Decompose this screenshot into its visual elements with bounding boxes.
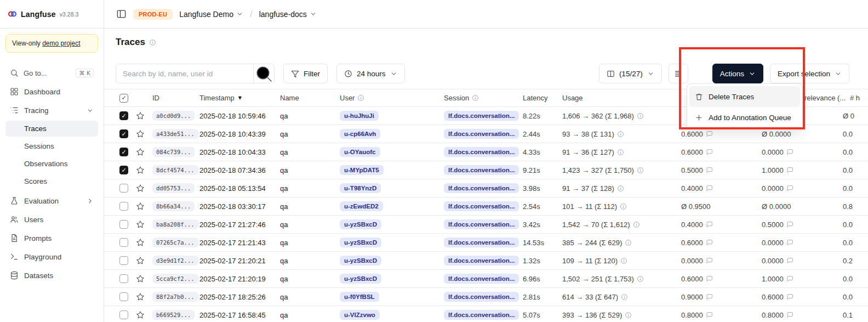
row-checkbox[interactable] (119, 238, 128, 247)
star-icon[interactable] (136, 129, 145, 138)
user-badge[interactable]: u-yzSBxcD (340, 274, 381, 284)
trace-id-badge[interactable]: 8b66a34... (152, 201, 195, 211)
session-badge[interactable]: lf.docs.conversation... (444, 183, 519, 193)
sidebar-toggle-icon[interactable] (116, 9, 127, 19)
table-row[interactable]: 8b66a34... 2025-02-18 03:30:17 qa u-zEwd… (104, 197, 868, 216)
session-badge[interactable]: lf.docs.conversation... (444, 165, 519, 175)
trace-id-badge[interactable]: 084c739... (152, 147, 195, 157)
row-checkbox[interactable] (119, 129, 128, 138)
table-row[interactable]: dd05753... 2025-02-18 05:13:54 qa u-T98Y… (104, 179, 868, 197)
star-icon[interactable] (136, 148, 145, 156)
star-icon[interactable] (136, 111, 145, 120)
user-badge[interactable]: u-zEwdED2 (340, 201, 383, 211)
session-badge[interactable]: lf.docs.conversation... (444, 201, 519, 211)
user-badge[interactable]: u-MYpDAT5 (340, 165, 384, 175)
col-header-id[interactable]: ID (149, 94, 196, 102)
comment-icon[interactable] (706, 221, 713, 228)
col-header-session[interactable]: Session (440, 94, 519, 102)
sidebar-item-dashboard[interactable]: Dashboard (5, 83, 98, 100)
user-badge[interactable]: u-T98YnzD (340, 183, 381, 193)
actions-button[interactable]: Actions (712, 64, 763, 83)
sidebar-item-datasets[interactable]: Datasets (5, 267, 98, 284)
demo-project-link[interactable]: demo project (42, 39, 80, 47)
user-badge[interactable]: u-OYauofc (340, 147, 380, 157)
star-icon[interactable] (136, 274, 145, 283)
time-range-button[interactable]: 24 hours (336, 64, 405, 83)
comment-icon[interactable] (706, 275, 713, 283)
comment-icon[interactable] (706, 185, 713, 192)
sidebar-item-sessions[interactable]: Sessions (5, 138, 98, 154)
user-badge[interactable]: u-VIZzvwo (340, 310, 380, 320)
sidebar-item-traces[interactable]: Traces (5, 121, 98, 137)
star-icon[interactable] (136, 310, 145, 319)
col-header-name[interactable]: Name (276, 94, 336, 102)
trace-id-badge[interactable]: 5cca9cf2... (152, 274, 198, 284)
sidebar-item-observations[interactable]: Observations (5, 156, 98, 172)
star-icon[interactable] (136, 166, 145, 174)
session-badge[interactable]: lf.docs.conversation... (444, 147, 519, 157)
table-row[interactable]: ba8a208f... 2025-02-17 21:27:46 qa u-yzS… (104, 216, 868, 234)
user-badge[interactable]: u-f0YfBSL (340, 292, 379, 302)
session-badge[interactable]: lf.docs.conversation... (444, 219, 519, 229)
row-height-medium-button[interactable] (695, 64, 697, 83)
star-icon[interactable] (136, 220, 145, 229)
org-selector[interactable]: Langfuse Demo (179, 10, 243, 19)
sidebar-item-tracing[interactable]: Tracing (5, 102, 98, 118)
table-row[interactable]: 07265c7a... 2025-02-17 21:21:43 qa u-yzS… (104, 234, 868, 252)
go-to-search[interactable]: Go to... ⌘ K (5, 66, 98, 80)
col-header-latency[interactable]: Latency (519, 94, 558, 102)
row-checkbox[interactable] (119, 256, 128, 265)
session-badge[interactable]: lf.docs.conversation... (444, 256, 519, 265)
export-selection-button[interactable]: Export selection (770, 64, 849, 83)
trace-id-badge[interactable]: ba8a208f... (152, 219, 198, 229)
user-badge[interactable]: u-huJhuJi (340, 111, 379, 121)
comment-icon[interactable] (786, 239, 793, 246)
comment-icon[interactable] (706, 293, 713, 301)
session-badge[interactable]: lf.docs.conversation... (444, 238, 519, 247)
row-checkbox[interactable] (119, 220, 128, 229)
session-badge[interactable]: lf.docs.conversation... (444, 129, 519, 139)
menu-item-delete-traces[interactable]: Delete Traces (689, 86, 800, 107)
col-header-user[interactable]: User (336, 94, 440, 102)
user-badge[interactable]: u-cp66Avh (340, 129, 380, 139)
comment-icon[interactable] (706, 257, 713, 264)
col-header-usage[interactable]: Usage (558, 94, 677, 102)
search-button[interactable] (253, 64, 274, 83)
table-row[interactable]: 88f2a7b0... 2025-02-17 18:25:26 qa u-f0Y… (104, 288, 868, 306)
sidebar-item-prompts[interactable]: Prompts (5, 230, 98, 246)
comment-icon[interactable] (786, 275, 793, 283)
session-badge[interactable]: lf.docs.conversation... (444, 292, 519, 302)
trace-id-badge[interactable]: a433de51... (152, 129, 198, 139)
star-icon[interactable] (136, 256, 145, 265)
star-icon[interactable] (136, 292, 145, 301)
row-checkbox[interactable] (119, 310, 128, 319)
star-icon[interactable] (136, 238, 145, 247)
comment-icon[interactable] (786, 221, 793, 228)
comment-icon[interactable] (786, 167, 793, 174)
row-checkbox[interactable] (119, 202, 128, 211)
session-badge[interactable]: lf.docs.conversation... (444, 274, 519, 284)
row-checkbox[interactable] (119, 274, 128, 283)
comment-icon[interactable] (786, 149, 793, 156)
columns-button[interactable]: (15/27) (599, 64, 662, 83)
project-selector[interactable]: langfuse-docs (259, 10, 317, 19)
comment-icon[interactable] (706, 312, 713, 319)
comment-icon[interactable] (706, 239, 713, 246)
user-badge[interactable]: u-yzSBxcD (340, 238, 381, 247)
trace-id-badge[interactable]: b669529... (152, 310, 195, 320)
table-row[interactable]: 084c739... 2025-02-18 10:04:33 qa u-OYau… (104, 143, 868, 161)
trace-id-badge[interactable]: 8dcf4574... (152, 165, 198, 175)
row-checkbox[interactable] (119, 292, 128, 301)
trace-id-badge[interactable]: d3e9d1f2... (152, 256, 198, 265)
trace-id-badge[interactable]: 88f2a7b0... (152, 292, 198, 302)
table-row[interactable]: 8dcf4574... 2025-02-18 07:34:36 qa u-MYp… (104, 161, 868, 179)
sidebar-item-evaluation[interactable]: Evaluation (5, 193, 98, 209)
session-badge[interactable]: lf.docs.conversation... (444, 310, 519, 320)
table-row[interactable]: 5cca9cf2... 2025-02-17 21:20:19 qa u-yzS… (104, 270, 868, 288)
row-checkbox[interactable] (119, 166, 128, 174)
table-row[interactable]: b669529... 2025-02-17 16:58:45 qa u-VIZz… (104, 306, 868, 322)
comment-icon[interactable] (786, 312, 793, 319)
menu-item-add-to-annotation-queue[interactable]: Add to Annotation Queue (689, 107, 800, 128)
session-badge[interactable]: lf.docs.conversation... (444, 111, 519, 121)
sidebar-item-users[interactable]: Users (5, 211, 98, 228)
